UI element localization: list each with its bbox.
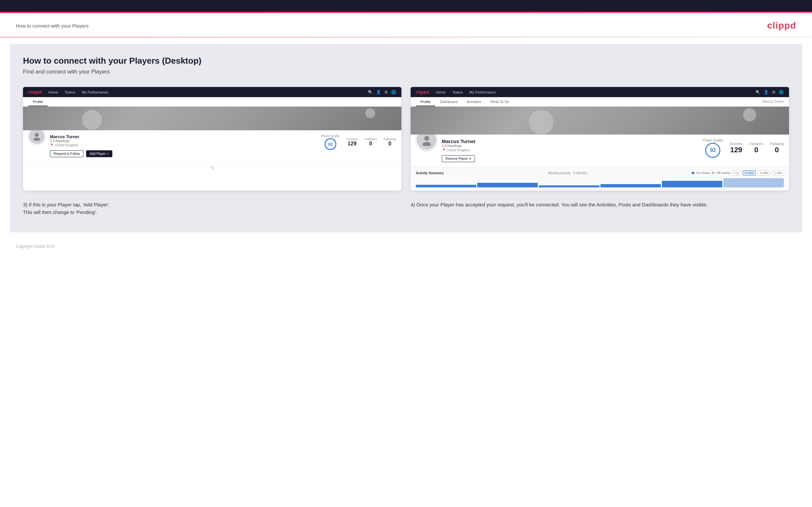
bar-3	[539, 185, 599, 187]
legend-on-course-dot	[692, 172, 695, 174]
profile-section-left: Marcus Turner 1-5 Handicap 📍 United King…	[23, 130, 401, 162]
avatar-icon-right	[421, 134, 433, 146]
user-icon-left[interactable]: 👤	[376, 90, 381, 95]
player-handicap-left: 1-5 Handicap	[50, 139, 314, 143]
tab-profile-left[interactable]: Profile	[28, 97, 48, 106]
tab-whattoon-right[interactable]: What To On	[486, 97, 514, 106]
hero-blob-r2	[743, 108, 756, 121]
screenshot-right: clippd Home Teams My Performance 🔍 👤 ⚙ 🌐…	[411, 87, 789, 191]
copyright-text: Copyright Clippd 2022	[16, 244, 55, 249]
description-right: 4) Once your Player has accepted your re…	[411, 201, 789, 216]
period-1yr-btn[interactable]: 1 yr	[732, 170, 741, 176]
activity-header: Activity Summary Monthly Activity · 6 Mo…	[416, 170, 784, 176]
activity-summary: Activity Summary Monthly Activity · 6 Mo…	[411, 167, 789, 191]
clippd-logo: clippd	[767, 20, 796, 31]
svg-point-2	[424, 136, 429, 141]
plus-icon-left: +	[107, 152, 109, 156]
top-bar	[0, 0, 812, 12]
app-logo-right: clippd	[416, 90, 429, 95]
quality-wrap-right: Player Quality 92	[703, 138, 723, 158]
desc1-text: 3) If this is your Player tap, 'Add Play…	[23, 202, 110, 215]
screenshot-bottom-left: ✎	[23, 162, 401, 174]
main-title: How to connect with your Players (Deskto…	[23, 56, 789, 66]
settings-icon-left[interactable]: ⚙	[384, 90, 388, 95]
globe-icon-right[interactable]: 🌐	[779, 90, 784, 95]
screenshot-left: clippd Home Teams My Performance 🔍 👤 ⚙ 🌐…	[23, 87, 401, 191]
bar-6	[723, 178, 784, 187]
svg-point-3	[422, 142, 430, 146]
quality-label-right: Player Quality	[703, 138, 723, 142]
tab-activities-right[interactable]: Activities	[462, 97, 486, 106]
remove-player-button[interactable]: Remove Player ✕	[442, 155, 475, 162]
profile-info-left: Marcus Turner 1-5 Handicap 📍 United King…	[50, 134, 314, 157]
nav-myperformance-right[interactable]: My Performance	[469, 90, 496, 94]
quality-circle-left: 92	[324, 138, 336, 150]
player-name-left: Marcus Turner	[50, 134, 314, 139]
location-icon-right: 📍	[442, 148, 446, 152]
period-3mths-btn[interactable]: 3 mths	[757, 170, 770, 176]
search-icon-left[interactable]: 🔍	[368, 90, 373, 95]
profile-buttons-right: Remove Player ✕	[442, 155, 695, 162]
user-icon-right[interactable]: 👤	[764, 90, 769, 95]
hero-image-right	[411, 107, 789, 134]
svg-point-1	[34, 137, 40, 141]
add-player-button[interactable]: Add Player +	[86, 150, 112, 157]
nav-icons-left: 🔍 👤 ⚙ 🌐	[368, 90, 396, 95]
stats-row-right: Player Quality 92 Activities 129 Followe…	[703, 138, 784, 158]
period-6mths-btn[interactable]: 6 mths	[743, 170, 756, 176]
close-icon-right: ✕	[469, 157, 471, 161]
svg-point-0	[35, 133, 39, 137]
app-nav-left: clippd Home Teams My Performance 🔍 👤 ⚙ 🌐	[23, 87, 401, 97]
screenshots-row: clippd Home Teams My Performance 🔍 👤 ⚙ 🌐…	[23, 87, 789, 191]
bar-2	[477, 183, 538, 187]
nav-icons-right: 🔍 👤 ⚙ 🌐	[756, 90, 784, 95]
activity-title: Activity Summary	[416, 171, 444, 175]
app-nav-right: clippd Home Teams My Performance 🔍 👤 ⚙ 🌐	[411, 87, 789, 97]
breadcrumb: How to connect with your Players	[16, 23, 89, 29]
desc2-text: 4) Once your Player has accepted your re…	[411, 202, 708, 208]
chart-bars	[416, 177, 784, 187]
hero-image-left	[23, 107, 401, 130]
activity-period: Monthly Activity · 6 Months	[548, 171, 587, 175]
player-location-right: 📍 United Kingdom	[442, 148, 695, 152]
edit-icon-left: ✎	[210, 165, 214, 171]
app-tabs-left: Profile	[23, 97, 401, 107]
bar-5	[662, 181, 722, 187]
nav-myperformance-left[interactable]: My Performance	[82, 90, 108, 94]
player-location-left: 📍 United Kingdom	[50, 144, 314, 147]
stat-following-left: Following 0	[384, 137, 396, 147]
tab-profile-right[interactable]: Profile	[416, 97, 435, 106]
profile-buttons-left: Request to Follow Add Player +	[50, 150, 314, 157]
location-icon-left: 📍	[50, 144, 54, 147]
page-footer: Copyright Clippd 2022	[0, 239, 812, 254]
app-logo-left: clippd	[28, 90, 42, 95]
period-1mth-btn[interactable]: 1 mth	[772, 170, 784, 176]
search-icon-right[interactable]: 🔍	[756, 90, 760, 95]
nav-home-left[interactable]: Home	[48, 90, 58, 94]
request-follow-button[interactable]: Request to Follow	[50, 150, 84, 157]
description-left: 3) If this is your Player tap, 'Add Play…	[23, 201, 401, 216]
stat-following-right: Following 0	[770, 142, 784, 154]
globe-icon-left[interactable]: 🌐	[391, 90, 396, 95]
hero-blob-r1	[529, 110, 554, 134]
nav-teams-left[interactable]: Teams	[65, 90, 75, 94]
bar-4	[601, 184, 661, 187]
activity-controls: On course Off course 1 yr 6 mths 3 mths …	[692, 170, 784, 176]
avatar-icon-left	[32, 131, 41, 141]
legend-off-course-text: Off course	[716, 171, 730, 175]
legend-on-course-text: On course	[696, 171, 710, 175]
stats-row-left: Player Quality 92 Activities 129 Followe…	[321, 134, 396, 150]
tab-user-right: Marcus Turner	[763, 97, 784, 106]
app-tabs-right: Profile Dashboard Activities What To On …	[411, 97, 789, 107]
profile-info-right: Marcus Turner 1-5 Handicap 📍 United King…	[442, 138, 695, 162]
hero-blob-1	[82, 110, 102, 130]
quality-circle-right: 92	[705, 143, 720, 158]
tab-dashboard-right[interactable]: Dashboard	[435, 97, 462, 106]
stat-followers-left: Followers 0	[364, 137, 377, 147]
settings-icon-right[interactable]: ⚙	[772, 90, 775, 95]
nav-teams-right[interactable]: Teams	[452, 90, 463, 94]
nav-home-right[interactable]: Home	[436, 90, 445, 94]
main-content: How to connect with your Players (Deskto…	[10, 44, 802, 232]
page-header: How to connect with your Players clippd	[0, 13, 812, 37]
descriptions-row: 3) If this is your Player tap, 'Add Play…	[23, 201, 789, 216]
